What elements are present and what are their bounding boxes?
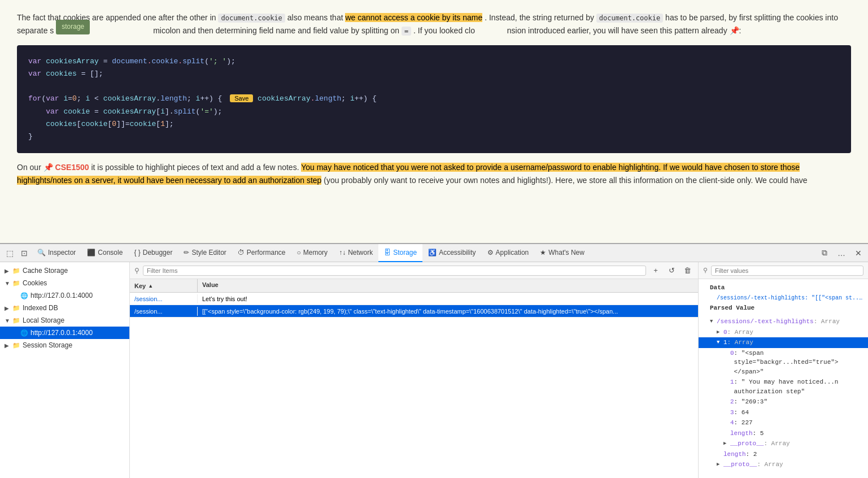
session-storage-icon: 📁 (12, 342, 20, 349)
local-storage-host-label: http://127.0.0.1:4000 (30, 329, 93, 337)
inspector-icon: 🔍 (37, 249, 46, 257)
save-button[interactable]: Save (230, 94, 253, 102)
tree-item-local-storage[interactable]: ▼ 📁 Local Storage (0, 314, 129, 327)
tab-application[interactable]: ⚙ Application (482, 244, 535, 262)
cookies-host-label: http://127.0.0.1:4000 (30, 292, 93, 299)
vt-length[interactable]: length : 2 (699, 449, 868, 460)
expand-button[interactable]: ⧉ (817, 246, 832, 260)
vt-1-1[interactable]: 1 : " You may have noticed...n authoriza… (699, 377, 868, 397)
col-key-label: Key (134, 283, 146, 289)
add-row-button[interactable]: + (649, 264, 662, 277)
vt-1-2[interactable]: 2 : "269:3" (699, 397, 868, 407)
tab-debugger[interactable]: { } Debugger (128, 244, 178, 262)
tab-application-label: Application (496, 249, 529, 257)
tree-item-cache-storage[interactable]: ▶ 📁 Cache Storage (0, 264, 129, 277)
cookies-host-arrow (12, 293, 20, 299)
1-1-arrow (723, 379, 730, 386)
vt-data-section: Data (699, 283, 868, 293)
filter-input[interactable] (143, 266, 646, 276)
table-row[interactable]: /session... [["<span style=\"background-… (130, 305, 698, 318)
tab-storage[interactable]: 🗄 Storage (378, 244, 422, 262)
tab-style-editor-label: Style Editor (191, 249, 226, 257)
col-value-label: Value (202, 281, 219, 288)
row1-key: /session... (130, 294, 198, 303)
proto2-key: __proto__ (723, 460, 757, 470)
1-0-val: : "<span style="backgr...hted="true"></s… (734, 349, 863, 377)
cookies-host-icon: 🌐 (20, 292, 28, 299)
1-1-key: 1 (730, 377, 734, 387)
cookies-arrow[interactable]: ▼ (5, 280, 12, 286)
col-header-value[interactable]: Value (198, 279, 698, 292)
filter-values-input[interactable] (711, 266, 863, 276)
tab-performance-label: Performance (247, 249, 286, 257)
tab-memory[interactable]: ○ Memory (291, 244, 334, 262)
devtools-pick-element[interactable]: ⬚ (2, 246, 17, 260)
filter-icon: ⚲ (134, 267, 139, 275)
vt-0-array[interactable]: ▶ 0 : Array (699, 327, 868, 338)
1-proto-key: __proto__ (730, 439, 764, 449)
0-array-key: 0 (723, 328, 727, 337)
tab-whats-new-label: What's New (548, 249, 585, 257)
vt-raw-value: /sessions/-text-highlights: "[["<span st… (699, 293, 868, 303)
tree-item-local-storage-host[interactable]: 🌐 http://127.0.0.1:4000 (0, 327, 129, 339)
vt-1-4[interactable]: 4 : 227 (699, 418, 868, 428)
value-tree: Data /sessions/-text-highlights: "[["<sp… (699, 279, 868, 473)
tooltip: storage (56, 20, 90, 34)
storage-icon: 🗄 (384, 249, 391, 257)
tab-performance[interactable]: ⏱ Performance (232, 244, 291, 262)
refresh-button[interactable]: ↺ (665, 264, 678, 277)
col-header-key[interactable]: Key ▲ (130, 279, 198, 292)
vt-sessions-root[interactable]: ▼ /sessions/-text-highlights : Array (699, 316, 868, 327)
1-proto-arrow[interactable]: ▶ (723, 440, 730, 448)
indexed-db-arrow[interactable]: ▶ (5, 305, 12, 311)
vt-1-0[interactable]: 0 : "<span style="backgr...hted="true"><… (699, 348, 868, 377)
tree-item-cookies[interactable]: ▼ 📁 Cookies (0, 277, 129, 289)
length-arrow (717, 451, 723, 459)
1-array-arrow[interactable]: ▼ (717, 339, 723, 347)
application-icon: ⚙ (487, 249, 494, 257)
tab-console[interactable]: ⬛ Console (81, 244, 128, 262)
cache-storage-arrow[interactable]: ▶ (5, 268, 12, 274)
1-4-arrow (723, 419, 730, 427)
vt-1-length[interactable]: length : 5 (699, 428, 868, 439)
delete-row-button[interactable]: 🗑 (681, 264, 693, 277)
table-row[interactable]: /session... Let's try this out! (130, 293, 698, 305)
tab-inspector[interactable]: 🔍 Inspector (32, 244, 81, 262)
0-array-arrow[interactable]: ▶ (717, 329, 723, 337)
tab-memory-label: Memory (303, 249, 328, 257)
proto2-arrow[interactable]: ▶ (717, 461, 723, 469)
tree-item-indexed-db[interactable]: ▶ 📁 Indexed DB (0, 302, 129, 314)
1-array-key: 1 (723, 338, 727, 347)
accessibility-icon: ♿ (428, 249, 437, 257)
vt-1-3[interactable]: 3 : 64 (699, 407, 868, 418)
tree-item-session-storage[interactable]: ▶ 📁 Session Storage (0, 339, 129, 351)
session-storage-label: Session Storage (23, 341, 72, 349)
session-storage-arrow[interactable]: ▶ (5, 342, 12, 349)
vt-1-proto[interactable]: ▶ __proto__ : Array (699, 438, 868, 449)
tab-style-editor[interactable]: ✏ Style Editor (178, 244, 232, 262)
vt-proto2[interactable]: ▶ __proto__ : Array (699, 459, 868, 470)
more-button[interactable]: … (834, 246, 849, 260)
tab-network[interactable]: ↑↓ Network (333, 244, 378, 262)
p1-text2: also means that (287, 13, 343, 22)
sessions-root-type: : Array (814, 317, 840, 327)
1-1-val: : " You may have noticed...n authorizati… (734, 377, 863, 396)
vt-1-array[interactable]: ▼ 1 : Array (699, 337, 868, 348)
close-button[interactable]: ✕ (851, 246, 866, 260)
1-length-key: length (730, 429, 753, 438)
tab-whats-new[interactable]: ★ What's New (534, 244, 590, 262)
cse-link[interactable]: CSE1500 (55, 163, 89, 172)
row1-value: Let's try this out! (198, 294, 698, 303)
1-0-arrow (723, 350, 730, 358)
code-document-cookie-1: document.cookie (218, 14, 285, 23)
filter-values-icon: ⚲ (703, 267, 708, 274)
1-length-val: : 5 (753, 429, 764, 438)
1-3-key: 3 (730, 408, 734, 418)
local-storage-arrow[interactable]: ▼ (5, 318, 12, 324)
tree-item-cookies-host[interactable]: 🌐 http://127.0.0.1:4000 (0, 289, 129, 302)
network-icon: ↑↓ (339, 249, 346, 257)
1-proto-type: : Array (764, 439, 790, 449)
tab-accessibility[interactable]: ♿ Accessibility (422, 244, 481, 262)
sessions-root-arrow[interactable]: ▼ (710, 318, 717, 326)
devtools-responsive[interactable]: ⊡ (17, 246, 32, 260)
